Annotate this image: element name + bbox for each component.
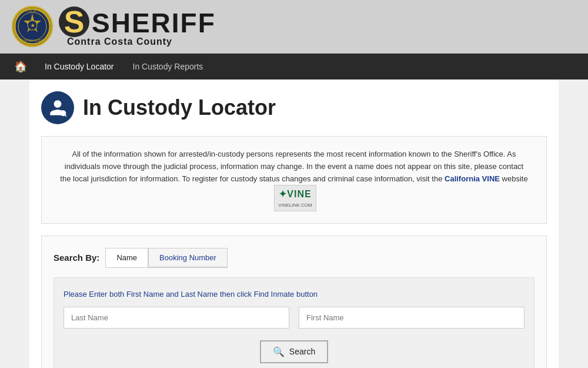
person-icon-circle xyxy=(41,91,74,124)
svg-text:OFFICE OF THE: OFFICE OF THE xyxy=(21,9,44,12)
search-area: Search By: Name Booking Number Please En… xyxy=(41,236,547,368)
page-title: In Custody Locator xyxy=(83,95,276,120)
tab-booking-number[interactable]: Booking Number xyxy=(148,248,228,267)
vine-logo: ✦VINE VINELINK.COM xyxy=(274,185,316,211)
name-fields xyxy=(64,307,524,329)
badge-svg: ★ CONTRA COSTA OFFICE OF THE xyxy=(14,8,51,45)
tab-name[interactable]: Name xyxy=(105,248,148,267)
first-name-input[interactable] xyxy=(299,307,524,329)
heriff-text: SHERIFF xyxy=(92,7,216,39)
search-icon: 🔍 xyxy=(273,346,285,357)
svg-line-8 xyxy=(65,115,66,117)
nav-in-custody-locator[interactable]: In Custody Locator xyxy=(35,54,123,79)
vine-logo-text: ✦VINE xyxy=(279,187,311,202)
vine-link[interactable]: California VINE xyxy=(445,174,500,183)
svg-text:CONTRA COSTA: CONTRA COSTA xyxy=(21,39,44,42)
nav-in-custody-reports[interactable]: In Custody Reports xyxy=(123,54,213,79)
s-medallion: S xyxy=(59,6,89,37)
last-name-input[interactable] xyxy=(64,307,289,329)
search-button-row: 🔍 Search xyxy=(64,340,524,363)
home-nav-button[interactable]: 🏠 xyxy=(6,54,35,79)
search-hint: Please Enter both First Name and Last Na… xyxy=(64,290,524,299)
search-button-label: Search xyxy=(289,347,315,356)
search-by-label: Search By: xyxy=(54,253,99,263)
sheriff-badge: ★ CONTRA COSTA OFFICE OF THE xyxy=(12,6,53,47)
logo-area: ★ CONTRA COSTA OFFICE OF THE S SHERIFF C… xyxy=(12,6,216,47)
svg-text:★: ★ xyxy=(31,23,35,28)
info-text-part2: website xyxy=(500,174,528,183)
search-form: Please Enter both First Name and Last Na… xyxy=(54,277,534,368)
navbar: 🏠 In Custody Locator In Custody Reports xyxy=(0,54,588,79)
tab-area: Name Booking Number xyxy=(105,248,228,268)
person-search-icon xyxy=(48,98,67,117)
search-by-row: Search By: Name Booking Number xyxy=(54,248,534,268)
vine-logo-subtext: VINELINK.COM xyxy=(278,202,312,210)
site-header: ★ CONTRA COSTA OFFICE OF THE S SHERIFF C… xyxy=(0,0,588,54)
main-content: In Custody Locator All of the informatio… xyxy=(29,79,559,368)
sheriff-text: S SHERIFF Contra Costa County xyxy=(59,6,216,47)
search-button[interactable]: 🔍 Search xyxy=(260,340,328,363)
sheriff-subtitle: Contra Costa County xyxy=(59,37,216,47)
home-icon: 🏠 xyxy=(14,60,27,73)
info-box: All of the information shown for arreste… xyxy=(41,136,547,224)
page-title-area: In Custody Locator xyxy=(41,91,547,124)
